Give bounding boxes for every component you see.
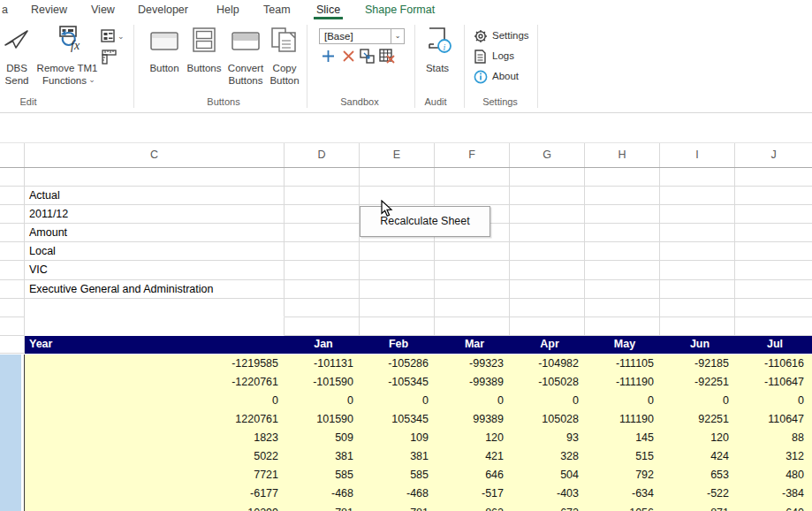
cell[interactable] <box>585 242 660 261</box>
cell[interactable] <box>435 280 510 299</box>
cell[interactable] <box>660 299 735 317</box>
cell[interactable] <box>285 168 360 187</box>
row-header-selected[interactable] <box>0 355 21 373</box>
cell[interactable] <box>510 224 585 242</box>
cell[interactable] <box>585 205 660 224</box>
table-cell[interactable]: -99323 <box>433 355 508 373</box>
table-cell[interactable]: -634 <box>583 484 658 503</box>
cell[interactable] <box>360 280 435 299</box>
table-cell[interactable]: -92251 <box>658 373 733 392</box>
cell[interactable] <box>285 261 360 279</box>
table-cell[interactable]: 862 <box>433 504 508 511</box>
stats-icon[interactable]: i <box>426 27 452 58</box>
dbs-send-button-line2[interactable]: Send <box>5 75 29 86</box>
cell-actual[interactable]: Actual <box>25 187 285 205</box>
row-header-selected[interactable] <box>0 429 21 447</box>
table-cell[interactable]: 145 <box>583 429 658 447</box>
table-cell[interactable]: 111190 <box>583 410 658 429</box>
cell[interactable] <box>660 224 735 242</box>
buttons-button[interactable]: Buttons <box>187 63 222 73</box>
table-cell[interactable]: 0 <box>583 392 658 410</box>
table-cell[interactable]: 93 <box>508 429 583 447</box>
table-cell[interactable]: 0 <box>25 392 283 410</box>
row-header-selected[interactable] <box>0 484 21 503</box>
row-header-selected[interactable] <box>0 466 21 484</box>
row-header[interactable] <box>0 261 25 279</box>
table-cell[interactable]: 871 <box>658 504 733 511</box>
table-cell[interactable]: 109 <box>358 429 433 447</box>
table-cell[interactable]: 105028 <box>508 410 583 429</box>
table-cell[interactable]: 672 <box>508 504 583 511</box>
table-cell[interactable]: -384 <box>733 484 808 503</box>
cell[interactable] <box>360 261 435 279</box>
row-header[interactable] <box>0 242 25 261</box>
report-header-band[interactable]: Year Jan Feb Mar Apr May Jun Jul <box>25 336 812 355</box>
about-menu-item[interactable]: About <box>474 70 488 86</box>
copy-button-button[interactable]: Copy <box>273 63 297 73</box>
cell[interactable] <box>585 299 660 317</box>
cell[interactable] <box>735 280 812 299</box>
table-cell[interactable]: -99389 <box>433 373 508 392</box>
sandbox-combo[interactable]: [Base] ⌄ <box>319 28 405 44</box>
cell[interactable] <box>660 168 735 187</box>
dbs-send-button[interactable]: DBS <box>6 63 27 73</box>
table-cell[interactable]: -468 <box>358 484 433 503</box>
table-cell[interactable]: 7721 <box>25 466 283 484</box>
tab-shape-format[interactable]: Shape Format <box>365 4 435 16</box>
table-cell[interactable]: 105345 <box>358 410 433 429</box>
tab-review[interactable]: Review <box>31 4 67 16</box>
table-cell[interactable]: 509 <box>283 429 358 447</box>
table-cell[interactable]: -101590 <box>283 373 358 392</box>
row-header[interactable] <box>0 299 25 317</box>
button-button[interactable]: Button <box>149 63 178 73</box>
table-cell[interactable]: 0 <box>433 392 508 410</box>
table-cell[interactable]: 110647 <box>733 410 808 429</box>
table-cell[interactable]: 1220761 <box>25 410 283 429</box>
cell[interactable] <box>660 187 735 205</box>
cell[interactable] <box>585 168 660 187</box>
row-header[interactable] <box>0 224 25 242</box>
table-cell[interactable]: -110616 <box>733 355 808 373</box>
table-cell[interactable]: 0 <box>733 392 808 410</box>
delete-sandbox-icon[interactable] <box>342 50 355 66</box>
table-cell[interactable]: 92251 <box>658 410 733 429</box>
buttons-icon[interactable] <box>193 27 216 56</box>
row-header[interactable] <box>0 317 25 336</box>
table-cell[interactable]: -92185 <box>658 355 733 373</box>
table-cell[interactable]: -522 <box>658 484 733 503</box>
table-cell[interactable]: 120 <box>433 429 508 447</box>
cell[interactable] <box>735 187 812 205</box>
table-cell[interactable]: 421 <box>433 447 508 466</box>
table-cell[interactable]: 515 <box>583 447 658 466</box>
cell[interactable] <box>25 317 285 336</box>
cell-department[interactable]: Executive General and Administration <box>25 280 285 299</box>
cell[interactable] <box>510 317 585 336</box>
button-icon[interactable] <box>150 32 178 54</box>
table-cell[interactable]: 585 <box>358 466 433 484</box>
cell[interactable] <box>285 187 360 205</box>
ruler-icon[interactable] <box>102 50 117 68</box>
cell[interactable] <box>360 168 435 187</box>
cell[interactable] <box>735 205 812 224</box>
cell[interactable] <box>25 168 285 187</box>
column-header-e[interactable]: E <box>360 143 435 167</box>
settings-menu-item[interactable]: Settings <box>474 29 488 45</box>
table-cell[interactable]: -110647 <box>733 373 808 392</box>
cell[interactable] <box>435 317 510 336</box>
cell[interactable] <box>360 317 435 336</box>
tab-view[interactable]: View <box>91 4 115 16</box>
tab-developer[interactable]: Developer <box>138 4 188 16</box>
table-cell[interactable]: -101131 <box>283 355 358 373</box>
tab-help[interactable]: Help <box>216 4 239 16</box>
table-cell[interactable]: 0 <box>508 392 583 410</box>
table-cell[interactable]: 5022 <box>25 447 283 466</box>
table-cell[interactable]: 0 <box>358 392 433 410</box>
cell[interactable] <box>25 299 285 317</box>
table-cell[interactable]: 585 <box>283 466 358 484</box>
cell-vic[interactable]: VIC <box>25 261 285 279</box>
table-cell[interactable]: 480 <box>733 466 808 484</box>
remove-tm1-chevron-icon[interactable]: ⌄ <box>88 75 95 84</box>
cell[interactable] <box>585 317 660 336</box>
tab-slice-active[interactable]: Slice <box>316 4 340 16</box>
cell[interactable] <box>510 299 585 317</box>
